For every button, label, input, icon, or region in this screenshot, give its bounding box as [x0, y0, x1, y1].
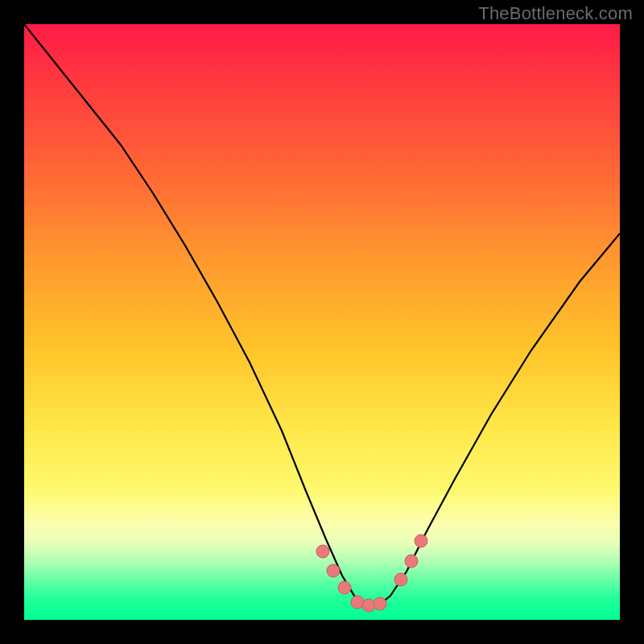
chart-markers	[316, 535, 427, 612]
marker-left-cluster-2	[327, 564, 340, 577]
marker-right-cluster-3	[415, 535, 427, 547]
marker-flat-2	[362, 599, 375, 612]
marker-flat-1	[351, 596, 364, 609]
watermark-text: TheBottleneck.com	[478, 3, 633, 24]
marker-flat-3	[374, 597, 386, 610]
marker-right-cluster-1	[394, 573, 407, 586]
chart-plot-area	[24, 24, 620, 620]
marker-left-cluster-1	[316, 545, 329, 558]
chart-svg	[24, 24, 620, 620]
chart-frame: TheBottleneck.com	[0, 0, 644, 644]
chart-curve	[24, 24, 620, 605]
marker-right-cluster-2	[405, 555, 418, 568]
marker-left-cluster-3	[338, 581, 351, 594]
